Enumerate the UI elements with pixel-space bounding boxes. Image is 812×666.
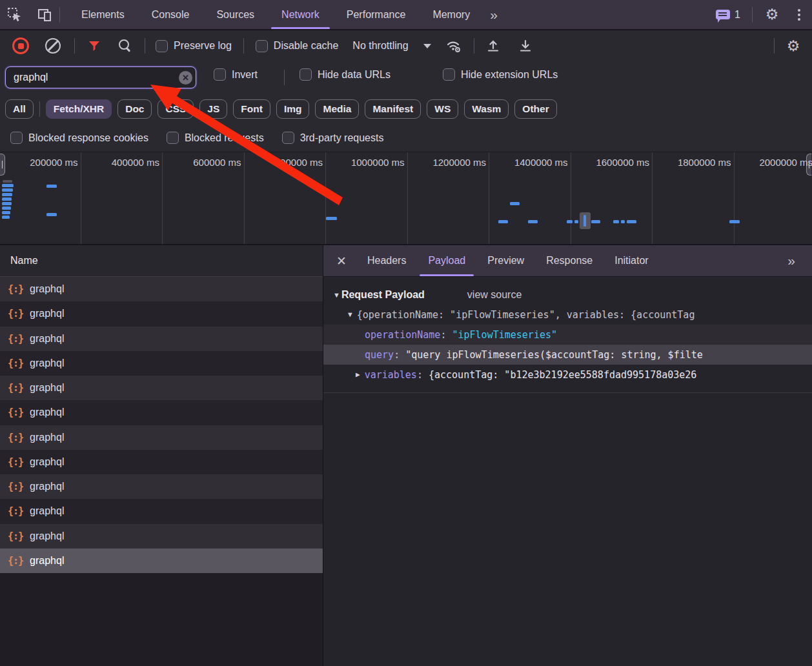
- issues-button[interactable]: 1: [709, 0, 747, 29]
- clear-filter-icon[interactable]: ✕: [179, 71, 192, 85]
- waterfall-mark: [46, 213, 57, 216]
- request-row[interactable]: {:}graphql: [0, 524, 323, 549]
- more-tabs-icon[interactable]: »: [483, 7, 503, 23]
- overview-left-handle[interactable]: [0, 154, 5, 176]
- checkbox[interactable]: [214, 68, 226, 81]
- filter-chip-manifest[interactable]: Manifest: [365, 99, 421, 119]
- timeline-tick-label: 1600000 ms: [596, 157, 649, 168]
- divider: [74, 38, 75, 54]
- payload-row-operationname[interactable]: operationName: "ipFlowTimeseries": [323, 325, 812, 345]
- payload-row-query[interactable]: query: "query ipFlowTimeseries($accountT…: [323, 345, 812, 365]
- tab-sources[interactable]: Sources: [203, 0, 268, 29]
- filter-funnel-icon[interactable]: [85, 41, 103, 52]
- tab-elements[interactable]: Elements: [68, 0, 138, 29]
- kebab-menu-icon[interactable]: [786, 0, 812, 29]
- more-detail-tabs-icon[interactable]: »: [781, 253, 800, 268]
- details-tab-payload[interactable]: Payload: [417, 245, 476, 276]
- details-tab-initiator[interactable]: Initiator: [604, 245, 659, 276]
- filter-input[interactable]: [5, 66, 196, 88]
- details-tab-preview[interactable]: Preview: [476, 245, 535, 276]
- tab-performance[interactable]: Performance: [333, 0, 420, 29]
- filter-chip-other[interactable]: Other: [514, 99, 556, 119]
- tab-network[interactable]: Network: [268, 0, 333, 29]
- request-row[interactable]: {:}graphql: [0, 400, 323, 425]
- details-tab-headers[interactable]: Headers: [356, 245, 417, 276]
- filter-chip-img[interactable]: Img: [276, 99, 310, 119]
- view-source-link[interactable]: view source: [467, 289, 522, 301]
- request-row[interactable]: {:}graphql: [0, 327, 323, 351]
- close-details-icon[interactable]: ✕: [323, 254, 356, 268]
- filter-chip-js[interactable]: JS: [199, 99, 227, 119]
- payload-summary-row[interactable]: ▼ {operationName: "ipFlowTimeseries", va…: [323, 305, 812, 325]
- request-row[interactable]: {:}graphql: [0, 376, 323, 400]
- request-row[interactable]: {:}graphql: [0, 425, 323, 450]
- preserve-log-checkbox[interactable]: Preserve log: [156, 40, 232, 52]
- waterfall-mark: [567, 220, 573, 223]
- filter-chip-media[interactable]: Media: [315, 99, 359, 119]
- divider: [284, 70, 285, 85]
- expand-triangle-icon[interactable]: ▼: [348, 310, 352, 319]
- payload-key: variables: [365, 369, 417, 381]
- tab-console[interactable]: Console: [138, 0, 203, 29]
- checkbox[interactable]: [156, 40, 168, 52]
- request-row[interactable]: {:}graphql: [0, 450, 323, 474]
- hide-extension-urls-label: Hide extension URLs: [461, 69, 558, 81]
- disable-cache-label: Disable cache: [274, 40, 339, 52]
- filter-chip-all[interactable]: All: [5, 99, 34, 119]
- filter-chip-wasm[interactable]: Wasm: [464, 99, 509, 119]
- waterfall-mark: [2, 202, 12, 205]
- waterfall-mark: [621, 220, 625, 223]
- checkbox[interactable]: [299, 68, 312, 81]
- divider: [474, 38, 474, 54]
- request-name: graphql: [30, 407, 64, 418]
- record-network-log-button[interactable]: [11, 37, 30, 54]
- waterfall-mark: [2, 197, 12, 201]
- filter-chip-ws[interactable]: WS: [427, 99, 458, 119]
- tab-memory[interactable]: Memory: [419, 0, 483, 29]
- blocked-requests-checkbox[interactable]: Blocked requests: [167, 132, 264, 144]
- network-conditions-icon[interactable]: [443, 38, 465, 54]
- request-row[interactable]: {:}graphql: [0, 301, 323, 326]
- export-har-icon[interactable]: [516, 39, 535, 53]
- import-har-icon[interactable]: [483, 39, 503, 53]
- payload-row-variables[interactable]: ▶ variables: {accountTag: "b12e3b2192ee5…: [323, 365, 812, 385]
- checkbox[interactable]: [443, 68, 455, 81]
- 3rd-party-requests-checkbox[interactable]: 3rd-party requests: [282, 132, 384, 144]
- timeline-gridline: [162, 152, 163, 244]
- blocked-response-cookies-checkbox[interactable]: Blocked response cookies: [10, 132, 148, 144]
- invert-checkbox[interactable]: Invert: [214, 68, 258, 81]
- filter-chip-css[interactable]: CSS: [157, 99, 194, 119]
- filter-chip-doc[interactable]: Doc: [117, 99, 152, 119]
- expand-triangle-icon[interactable]: ▶: [356, 370, 360, 379]
- checkbox[interactable]: [167, 132, 179, 144]
- network-overview-timeline[interactable]: 200000 ms400000 ms600000 ms800000 ms1000…: [0, 152, 812, 245]
- settings-gear-icon[interactable]: ⚙: [758, 0, 786, 29]
- inspect-element-icon[interactable]: [0, 0, 30, 29]
- filter-chip-fetch-xhr[interactable]: Fetch/XHR: [46, 99, 112, 119]
- collapse-triangle-icon[interactable]: ▼: [333, 291, 340, 299]
- device-toolbar-icon[interactable]: [30, 0, 59, 29]
- hide-extension-urls-checkbox[interactable]: Hide extension URLs: [443, 68, 558, 81]
- name-column-label: Name: [10, 255, 38, 267]
- hide-data-urls-checkbox[interactable]: Hide data URLs: [299, 68, 391, 81]
- disable-cache-checkbox[interactable]: Disable cache: [256, 40, 339, 52]
- details-tab-response[interactable]: Response: [535, 245, 604, 276]
- payload-key: query: [365, 349, 394, 361]
- clear-network-log-button[interactable]: [43, 38, 63, 54]
- issues-count: 1: [735, 9, 740, 21]
- checkbox[interactable]: [282, 132, 294, 144]
- checkbox[interactable]: [10, 132, 23, 144]
- name-column-header[interactable]: Name: [0, 245, 323, 277]
- checkbox[interactable]: [256, 40, 268, 52]
- request-row[interactable]: {:}graphql: [0, 351, 323, 376]
- throttling-dropdown[interactable]: No throttling: [352, 40, 431, 52]
- search-icon[interactable]: [116, 39, 134, 53]
- request-row[interactable]: {:}graphql: [0, 549, 323, 573]
- request-row[interactable]: {:}graphql: [0, 474, 323, 499]
- network-settings-gear-icon[interactable]: ⚙: [775, 39, 812, 54]
- payload-key: operationName: [365, 329, 440, 341]
- filter-chip-font[interactable]: Font: [233, 99, 270, 119]
- request-row[interactable]: {:}graphql: [0, 499, 323, 523]
- waterfall-mark: [3, 180, 12, 183]
- request-row[interactable]: {:}graphql: [0, 277, 323, 301]
